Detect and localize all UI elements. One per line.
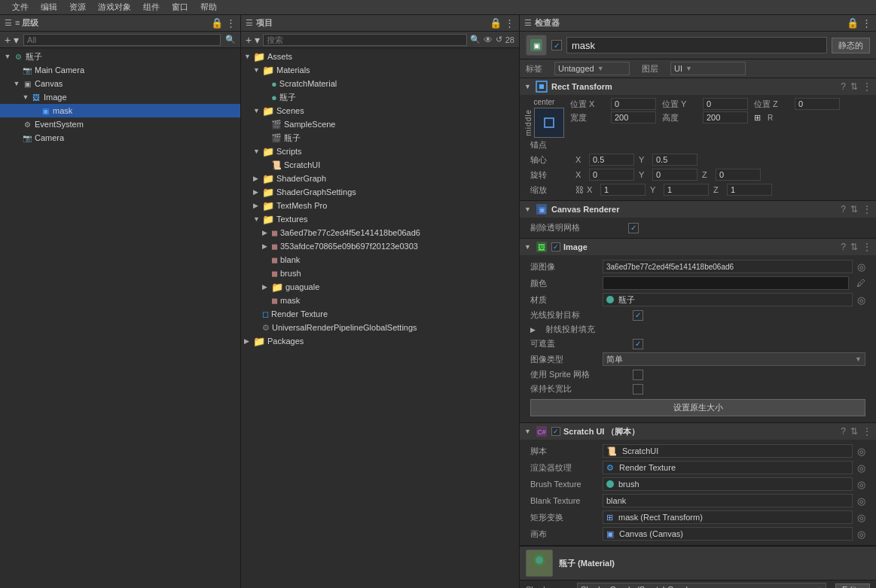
rect-transform-ref-field[interactable]: ⊞ mask (Rect Transform): [603, 510, 853, 524]
project-more-icon[interactable]: ⋮: [505, 17, 514, 29]
render-texture-target-icon[interactable]: ◎: [857, 462, 865, 474]
project-search[interactable]: [263, 34, 467, 46]
menu-gameobject[interactable]: 游戏对象: [92, 2, 137, 13]
expand-assets-icon[interactable]: ▼: [244, 53, 253, 60]
img-settings-icon[interactable]: ⇅: [850, 242, 858, 252]
project-item-tex-353afd[interactable]: ▶ ◼ 353afdce70865e09b697f20123e0303: [241, 239, 519, 253]
source-image-target-icon[interactable]: ◎: [857, 261, 865, 273]
project-item-textmesh[interactable]: ▶ 📁 TextMesh Pro: [241, 199, 519, 212]
expand-scenes-icon[interactable]: ▼: [253, 107, 262, 114]
project-item-guaguale[interactable]: ▶ 📁 guaguale: [241, 280, 519, 294]
expand-瓶子-icon[interactable]: ▼: [3, 53, 12, 60]
expand-guaguale-icon[interactable]: ▶: [262, 283, 271, 291]
rt-expand-icon[interactable]: ▼: [524, 83, 535, 90]
hierarchy-menu-icon[interactable]: ☰: [5, 18, 12, 28]
rt-ref-target-icon[interactable]: ◎: [857, 512, 865, 523]
expand-scripts-icon[interactable]: ▼: [253, 148, 262, 155]
menu-window[interactable]: 窗口: [166, 2, 194, 13]
image-type-dropdown[interactable]: 简单 ▼: [603, 352, 865, 366]
brush-texture-field[interactable]: brush: [603, 477, 853, 491]
rot-z-input[interactable]: [716, 169, 761, 181]
expand-shadergraph-icon[interactable]: ▶: [253, 175, 262, 182]
paint-icon[interactable]: 🖊: [856, 278, 865, 288]
hierarchy-lock-icon[interactable]: 🔒: [211, 17, 223, 29]
su-settings-icon[interactable]: ⇅: [850, 426, 858, 437]
rt-anchor-visual[interactable]: [534, 108, 564, 138]
sprite-mesh-checkbox[interactable]: [633, 370, 643, 380]
project-item-scenes[interactable]: ▼ 📁 Scenes: [241, 104, 519, 117]
script-target-icon[interactable]: ◎: [857, 446, 865, 457]
pos-y-input[interactable]: [703, 98, 748, 110]
cull-checkbox[interactable]: ✓: [628, 223, 639, 233]
script-field[interactable]: 📜 ScratchUI: [603, 444, 853, 458]
menu-file[interactable]: 文件: [6, 2, 35, 13]
blank-texture-target-icon[interactable]: ◎: [857, 495, 865, 507]
project-item-scratch-material[interactable]: ● ScratchMaterial: [241, 77, 519, 90]
render-texture-field[interactable]: ⚙ Render Texture: [603, 461, 853, 474]
rt-settings-icon[interactable]: ⇅: [850, 81, 858, 92]
pivot-x-input[interactable]: [589, 154, 634, 166]
rot-x-input[interactable]: [589, 169, 634, 181]
pivot-y-input[interactable]: [652, 154, 697, 166]
hierarchy-item-canvas[interactable]: ▼ ▣ Canvas: [0, 77, 240, 90]
image-header[interactable]: ▼ 🖼 ✓ Image ? ⇅ ⋮: [520, 239, 876, 255]
canvas-renderer-header[interactable]: ▼ ▣ Canvas Renderer ? ⇅ ⋮: [520, 201, 876, 218]
hierarchy-item-main-camera[interactable]: ▶ 📷 Main Camera: [0, 63, 240, 77]
brush-texture-target-icon[interactable]: ◎: [857, 479, 865, 490]
su-more-icon[interactable]: ⋮: [862, 426, 871, 437]
raycast-checkbox[interactable]: ✓: [633, 310, 643, 321]
inspector-lock-icon[interactable]: 🔒: [847, 17, 859, 29]
cr-expand-icon[interactable]: ▼: [524, 206, 535, 213]
project-item-scripts[interactable]: ▼ 📁 Scripts: [241, 145, 519, 158]
rot-y-input[interactable]: [652, 169, 697, 181]
hierarchy-item-camera[interactable]: ▶ 📷 Camera: [0, 131, 240, 145]
menu-edit[interactable]: 编辑: [35, 2, 63, 13]
canvas-ref-target-icon[interactable]: ◎: [857, 529, 865, 540]
expand-textures-icon[interactable]: ▼: [253, 215, 262, 223]
project-add-btn[interactable]: + ▾: [246, 34, 260, 46]
project-item-shadergraphsettings[interactable]: ▶ 📁 ShaderGraphSettings: [241, 185, 519, 199]
project-item-render-texture[interactable]: ◻ Render Texture: [241, 307, 519, 321]
pos-z-input[interactable]: [795, 98, 840, 110]
project-item-mask-tex[interactable]: ◼ mask: [241, 294, 519, 307]
pos-x-input[interactable]: [611, 98, 656, 110]
material-field[interactable]: 瓶子: [603, 293, 853, 306]
material-target-icon[interactable]: ◎: [857, 294, 865, 306]
rt-help-icon[interactable]: ?: [841, 81, 846, 92]
tag-dropdown[interactable]: Untagged ▼: [554, 62, 630, 75]
rt-more-icon[interactable]: ⋮: [862, 81, 871, 92]
native-size-btn[interactable]: 设置原生大小: [530, 399, 865, 416]
project-item-tex-3a6ed[interactable]: ▶ ◼ 3a6ed7be77c2ed4f5e141418be06ad6: [241, 226, 519, 239]
inspector-menu-icon[interactable]: ☰: [524, 18, 532, 28]
hierarchy-item-瓶子[interactable]: ▼ ⚙ 瓶子: [0, 50, 240, 63]
menu-assets[interactable]: 资源: [63, 2, 92, 13]
maskable-checkbox[interactable]: ✓: [633, 339, 643, 349]
project-item-samplescene[interactable]: 🎬 SampleScene: [241, 117, 519, 131]
color-field[interactable]: [603, 276, 849, 290]
hierarchy-item-image[interactable]: ▼ 🖼 Image: [0, 90, 240, 104]
project-item-textures[interactable]: ▼ 📁 Textures: [241, 212, 519, 226]
su-help-icon[interactable]: ?: [841, 426, 846, 437]
object-enabled-checkbox[interactable]: ✓: [551, 40, 562, 50]
width-input[interactable]: [611, 111, 656, 123]
project-item-shadergraph[interactable]: ▶ 📁 ShaderGraph: [241, 172, 519, 185]
img-help-icon[interactable]: ?: [841, 242, 846, 252]
expand-packages-icon[interactable]: ▶: [244, 337, 253, 345]
expand-materials-icon[interactable]: ▼: [253, 66, 262, 74]
project-sync-icon[interactable]: ↺: [496, 35, 502, 44]
project-eye-icon[interactable]: 👁: [484, 35, 493, 45]
source-image-field[interactable]: 3a6ed7be77c2ed4f5e141418be06ad6: [603, 260, 853, 273]
expand-image-icon[interactable]: ▼: [21, 93, 30, 101]
project-item-blank[interactable]: ◼ blank: [241, 253, 519, 267]
menu-component[interactable]: 组件: [137, 2, 166, 13]
height-input[interactable]: [703, 111, 748, 123]
size-expand-icon[interactable]: ⊞: [754, 113, 763, 123]
cr-help-icon[interactable]: ?: [841, 204, 846, 215]
blank-texture-field[interactable]: blank: [603, 494, 853, 507]
expand-textmesh-icon[interactable]: ▶: [253, 202, 262, 209]
edit-btn[interactable]: Edit...: [835, 583, 870, 588]
hierarchy-item-eventsystem[interactable]: ▶ ⚙ EventSystem: [0, 117, 240, 131]
hierarchy-add-btn[interactable]: + ▾: [5, 34, 19, 46]
expand-353afd-icon[interactable]: ▶: [262, 242, 271, 250]
img-more-icon[interactable]: ⋮: [862, 242, 871, 252]
